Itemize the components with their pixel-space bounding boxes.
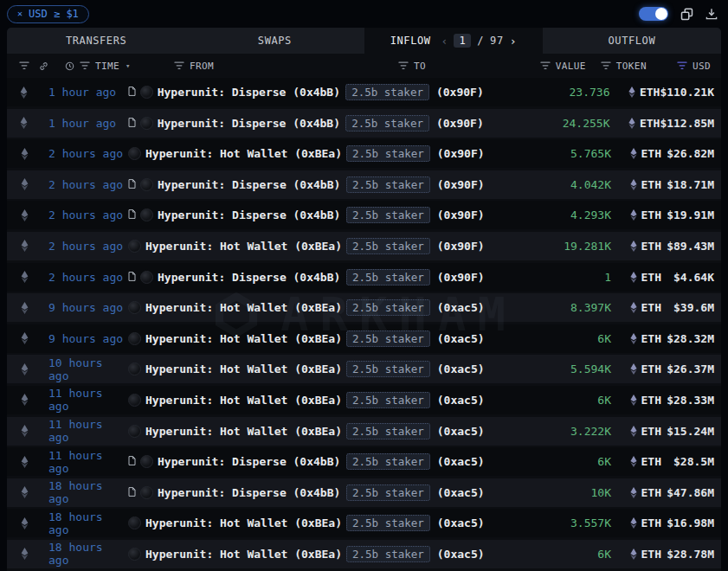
table-row[interactable]: 11 hours ago Hyperunit: Disperse (0x4bB)… <box>7 447 721 476</box>
table-row[interactable]: 2 hours ago Hyperunit: Hot Wallet (0xBEa… <box>7 139 721 168</box>
table-row[interactable]: 9 hours ago Hyperunit: Hot Wallet (0xBEa… <box>7 293 721 322</box>
from-cell[interactable]: Hyperunit: Disperse (0x4bB) <box>128 117 345 130</box>
to-cell[interactable]: 2.5b staker (0xac5) <box>346 453 547 470</box>
tab-swaps[interactable]: SWAPS <box>185 28 364 54</box>
table-row[interactable]: 1 hour ago Hyperunit: Disperse (0x4bB) 2… <box>7 109 721 138</box>
time-column-header[interactable]: TIME ▾ <box>65 61 131 72</box>
time-cell[interactable]: 9 hours ago <box>42 301 128 314</box>
to-cell[interactable]: 2.5b staker (0xac5) <box>346 515 547 531</box>
token-filter-funnel-icon[interactable] <box>601 61 611 70</box>
time-cell[interactable]: 2 hours ago <box>42 147 128 160</box>
to-filter-funnel-icon[interactable] <box>398 61 409 70</box>
to-entity-pill[interactable]: 2.5b staker <box>346 145 430 162</box>
value-column-header[interactable]: VALUE <box>540 61 586 72</box>
to-entity-pill[interactable]: 2.5b staker <box>346 484 430 501</box>
time-cell[interactable]: 18 hours ago <box>42 541 128 567</box>
from-cell[interactable]: Hyperunit: Hot Wallet (0xBEa) <box>128 394 346 407</box>
close-icon[interactable]: ✕ <box>17 10 23 18</box>
from-cell[interactable]: Hyperunit: Hot Wallet (0xBEa) <box>128 516 346 529</box>
filter-funnel-icon[interactable] <box>19 61 29 70</box>
from-cell[interactable]: Hyperunit: Hot Wallet (0xBEa) <box>128 332 346 345</box>
time-cell[interactable]: 18 hours ago <box>42 479 128 505</box>
time-cell[interactable]: 1 hour ago <box>42 86 128 99</box>
from-cell[interactable]: Hyperunit: Hot Wallet (0xBEa) <box>128 147 346 160</box>
to-cell[interactable]: 2.5b staker (0xac5) <box>346 423 547 439</box>
to-cell[interactable]: 2.5b staker (0xac5) <box>346 392 547 408</box>
tab-inflow[interactable]: INFLOW ‹ 1 / 97 › <box>364 28 543 54</box>
time-cell[interactable]: 18 hours ago <box>42 510 128 536</box>
table-row[interactable]: 9 hours ago Hyperunit: Hot Wallet (0xBEa… <box>7 324 721 353</box>
from-cell[interactable]: Hyperunit: Disperse (0x4bB) <box>128 86 345 99</box>
time-filter-funnel-icon[interactable] <box>80 61 90 70</box>
to-column-header[interactable]: TO <box>398 61 426 72</box>
usd-display-toggle[interactable] <box>639 7 668 21</box>
to-entity-pill[interactable]: 2.5b staker <box>346 392 430 408</box>
time-cell[interactable]: 2 hours ago <box>42 178 128 191</box>
from-cell[interactable]: Hyperunit: Hot Wallet (0xBEa) <box>128 301 346 314</box>
to-entity-pill[interactable]: 2.5b staker <box>345 84 429 100</box>
copy-icon[interactable] <box>680 8 693 21</box>
from-cell[interactable]: Hyperunit: Disperse (0x4bB) <box>128 271 346 284</box>
table-row[interactable]: 2 hours ago Hyperunit: Disperse (0x4bB) … <box>7 170 721 199</box>
time-cell[interactable]: 11 hours ago <box>42 449 128 475</box>
to-cell[interactable]: 2.5b staker (0xac5) <box>346 484 547 501</box>
to-entity-pill[interactable]: 2.5b staker <box>346 453 430 470</box>
to-cell[interactable]: 2.5b staker (0xac5) <box>346 361 547 377</box>
time-cell[interactable]: 9 hours ago <box>42 332 128 345</box>
usd-filter-funnel-icon[interactable] <box>677 61 687 70</box>
download-icon[interactable] <box>705 8 718 20</box>
token-column-header[interactable]: TOKEN <box>601 61 647 72</box>
time-cell[interactable]: 10 hours ago <box>42 356 128 382</box>
to-cell[interactable]: 2.5b staker (0x90F) <box>345 84 546 100</box>
to-entity-pill[interactable]: 2.5b staker <box>346 423 430 439</box>
to-entity-pill[interactable]: 2.5b staker <box>346 361 430 377</box>
to-cell[interactable]: 2.5b staker (0x90F) <box>345 115 546 132</box>
usd-filter-chip[interactable]: ✕ USD ≥ $1 <box>7 5 89 23</box>
time-cell[interactable]: 11 hours ago <box>42 418 128 444</box>
to-cell[interactable]: 2.5b staker (0x90F) <box>346 269 547 286</box>
time-cell[interactable]: 2 hours ago <box>42 271 128 284</box>
table-row[interactable]: 1 hour ago Hyperunit: Disperse (0x4bB) 2… <box>7 78 721 106</box>
to-entity-pill[interactable]: 2.5b staker <box>346 546 430 562</box>
tab-outflow[interactable]: OUTFLOW <box>543 28 721 54</box>
to-entity-pill[interactable]: 2.5b staker <box>346 330 430 347</box>
next-page-button[interactable]: › <box>510 35 517 47</box>
table-row[interactable]: 2 hours ago Hyperunit: Disperse (0x4bB) … <box>7 263 721 292</box>
to-cell[interactable]: 2.5b staker (0x90F) <box>346 238 547 254</box>
from-cell[interactable]: Hyperunit: Disperse (0x4bB) <box>128 455 346 468</box>
from-cell[interactable]: Hyperunit: Disperse (0x4bB) <box>128 209 346 221</box>
to-cell[interactable]: 2.5b staker (0xac5) <box>346 299 547 316</box>
to-cell[interactable]: 2.5b staker (0x90F) <box>346 145 547 162</box>
table-row[interactable]: 18 hours ago Hyperunit: Hot Wallet (0xBE… <box>7 509 721 537</box>
tab-transfers[interactable]: TRANSFERS <box>7 28 185 54</box>
to-entity-pill[interactable]: 2.5b staker <box>346 207 430 223</box>
table-row[interactable]: 10 hours ago Hyperunit: Hot Wallet (0xBE… <box>7 355 721 383</box>
table-row[interactable]: 18 hours ago Hyperunit: Disperse (0x4bB)… <box>7 478 721 507</box>
prev-page-button[interactable]: ‹ <box>441 35 448 47</box>
table-row[interactable]: 2 hours ago Hyperunit: Hot Wallet (0xBEa… <box>7 232 721 260</box>
from-cell[interactable]: Hyperunit: Hot Wallet (0xBEa) <box>128 362 346 375</box>
time-cell[interactable]: 11 hours ago <box>42 387 128 413</box>
to-cell[interactable]: 2.5b staker (0x90F) <box>346 176 547 193</box>
from-cell[interactable]: Hyperunit: Disperse (0x4bB) <box>128 486 346 499</box>
to-cell[interactable]: 2.5b staker (0xac5) <box>346 330 547 347</box>
to-entity-pill[interactable]: 2.5b staker <box>346 176 430 193</box>
from-cell[interactable]: Hyperunit: Hot Wallet (0xBEa) <box>128 548 346 561</box>
table-row[interactable]: 11 hours ago Hyperunit: Hot Wallet (0xBE… <box>7 417 721 446</box>
time-cell[interactable]: 2 hours ago <box>42 240 128 253</box>
time-cell[interactable]: 1 hour ago <box>42 117 128 130</box>
from-cell[interactable]: Hyperunit: Hot Wallet (0xBEa) <box>128 240 346 253</box>
table-row[interactable]: 2 hours ago Hyperunit: Disperse (0x4bB) … <box>7 201 721 229</box>
to-entity-pill[interactable]: 2.5b staker <box>346 238 430 254</box>
from-cell[interactable]: Hyperunit: Disperse (0x4bB) <box>128 178 346 191</box>
table-row[interactable]: 11 hours ago Hyperunit: Hot Wallet (0xBE… <box>7 386 721 414</box>
from-column-header[interactable]: FROM <box>174 61 214 72</box>
to-entity-pill[interactable]: 2.5b staker <box>346 515 430 531</box>
to-entity-pill[interactable]: 2.5b staker <box>345 115 429 132</box>
from-filter-funnel-icon[interactable] <box>174 61 184 70</box>
table-row[interactable]: 18 hours ago Hyperunit: Hot Wallet (0xBE… <box>7 540 721 568</box>
from-cell[interactable]: Hyperunit: Hot Wallet (0xBEa) <box>128 425 346 438</box>
value-filter-funnel-icon[interactable] <box>540 61 551 70</box>
usd-column-header[interactable]: USD <box>677 61 711 72</box>
to-cell[interactable]: 2.5b staker (0x90F) <box>346 207 547 223</box>
